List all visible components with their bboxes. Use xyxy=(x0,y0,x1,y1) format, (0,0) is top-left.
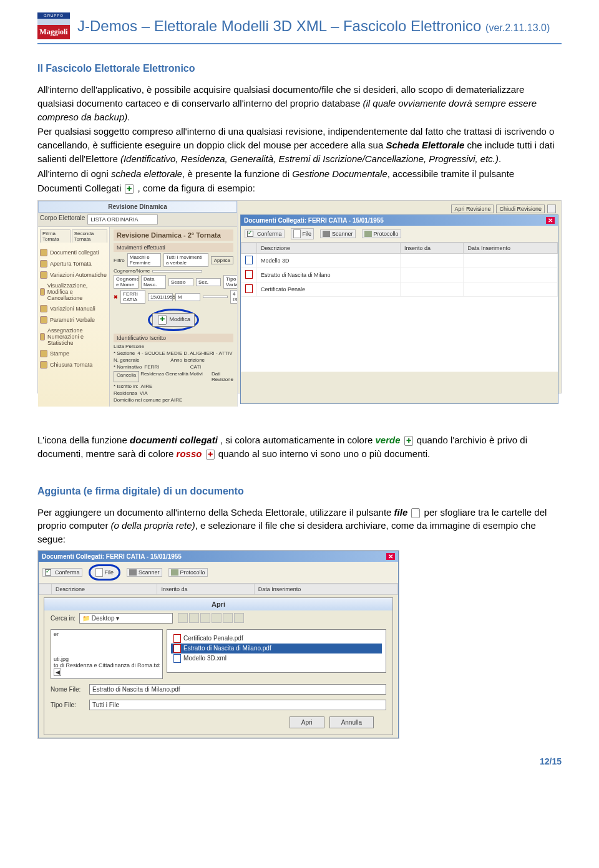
close-icon[interactable]: ✕ xyxy=(386,553,395,560)
corpo-select[interactable]: LISTA ORDINARIA xyxy=(87,215,157,224)
logo: GRUPPO Maggioli xyxy=(37,12,70,39)
sidebar-item-apertura[interactable]: Apertura Tornata xyxy=(40,260,107,268)
sidebar-item-variazioni-auto[interactable]: Variazioni Automatiche xyxy=(40,271,107,279)
paragraph-4: L'icona della funzione documenti collega… xyxy=(37,433,562,461)
file-button-highlight[interactable]: File xyxy=(89,564,121,581)
tab-generalita[interactable]: Generalità xyxy=(165,371,188,382)
list-item[interactable]: Certificato Penale.pdf xyxy=(171,634,382,644)
section-title-2: Aggiunta (e firma digitale) di un docume… xyxy=(37,486,562,497)
table-row[interactable]: Estratto di Nascita di Milano xyxy=(241,268,558,282)
table-cell[interactable]: FERRI CATIA xyxy=(120,290,145,304)
paragraph-2: Per qualsiasi soggetto compreso all'inte… xyxy=(37,125,562,165)
popup-documenti: Documenti Collegati: FERRI CATIA - 15/01… xyxy=(240,215,558,404)
popup-documenti-2: Documenti Collegati: FERRI CATIA - 15/01… xyxy=(38,551,399,738)
nome-input2[interactable]: CATI xyxy=(190,364,233,370)
tab-prima[interactable]: Prima Tornata xyxy=(40,229,71,243)
file-icon xyxy=(411,508,420,518)
sidebar-item-documenti[interactable]: Documenti collegati xyxy=(40,249,107,256)
cognome-input[interactable] xyxy=(152,270,202,272)
nav-icons[interactable] xyxy=(177,613,244,624)
scroll-left-icon[interactable]: ◀ xyxy=(54,668,61,676)
list-item[interactable]: uti.jpg xyxy=(54,656,160,662)
list-item[interactable]: Modello 3D.xml xyxy=(171,653,382,663)
file-button[interactable]: File xyxy=(291,228,314,239)
doc-icon xyxy=(158,315,167,325)
modifica-highlight: Modifica xyxy=(148,309,199,331)
screenshot-revisione: Revisione Dinamica Corpo Elettorale LIST… xyxy=(37,200,562,393)
tab-dati[interactable]: Dati Revisione xyxy=(212,371,233,382)
annulla-button[interactable]: Annulla xyxy=(329,716,374,728)
protocollo-button[interactable]: Protocollo xyxy=(168,568,208,577)
list-item-selected[interactable]: Estratto di Nascita di Milano.pdf xyxy=(171,644,382,653)
list-item[interactable]: er xyxy=(54,631,160,637)
lista-input[interactable] xyxy=(147,344,233,349)
sidebar-item-stampe[interactable]: Stampe xyxy=(40,350,107,357)
sidebar-item-visualizza[interactable]: Visualizzazione, Modifica e Cancellazion… xyxy=(40,282,107,301)
tipo-file-select[interactable]: Tutti i File xyxy=(89,700,386,710)
filtro-mov-select[interactable]: Tutti i movimenti a verbale xyxy=(163,253,208,267)
paragraph-3: All'interno di ogni scheda elettorale, è… xyxy=(37,167,562,181)
tab-residenza[interactable]: Residenza xyxy=(140,371,164,382)
file-dialog: Apri Cerca in: 📁 Desktop ▾ er uti.jpg to… xyxy=(44,597,393,735)
sub-ident: Identificativo Iscritto xyxy=(114,334,233,342)
screenshot-file-browser: Documenti Collegati: FERRI CATIA - 15/01… xyxy=(37,550,399,739)
tab-motivi[interactable]: Motivi xyxy=(190,371,210,382)
paragraph-5: Per aggiungere un documento all'interno … xyxy=(37,506,562,546)
apri-button[interactable]: Apri xyxy=(290,716,324,728)
sidebar-item-assegnaz[interactable]: Assegnazione Numerazioni e Statistiche xyxy=(40,327,107,346)
popup-title-2: Documenti Collegati: FERRI CATIA - 15/01… xyxy=(42,553,182,560)
file-list-main[interactable]: Certificato Penale.pdf Estratto di Nasci… xyxy=(167,629,386,673)
sidebar-item-variazioni-man[interactable]: Variazioni Manuali xyxy=(40,305,107,312)
doc-header: GRUPPO Maggioli J-Demos – Elettorale Mod… xyxy=(37,12,562,44)
table-row[interactable]: Modello 3D xyxy=(241,254,558,268)
sidebar-item-chiusura[interactable]: Chiusura Tornata xyxy=(40,361,107,369)
cognome-input2[interactable]: FERRI xyxy=(144,364,187,370)
chiudi-rev-button[interactable]: Chiudi Revisione xyxy=(496,205,545,213)
cancella-button[interactable]: Cancella xyxy=(114,371,139,382)
file-dialog-title: Apri xyxy=(44,598,392,610)
doc-icon-green xyxy=(404,436,413,446)
close-icon[interactable]: ✕ xyxy=(546,217,555,224)
list-item[interactable]: to di Residenza e Cittadinanza di Roma.t… xyxy=(54,662,160,668)
sidebar: Prima Tornata Seconda Tornata Documenti … xyxy=(38,227,110,407)
filtro-sex-select[interactable]: Maschi e Femmine xyxy=(127,253,161,267)
doc-table-2: Descrizione Inserito da Data Inserimento xyxy=(39,584,398,595)
sidebar-item-parametri[interactable]: Parametri Verbale xyxy=(40,316,107,324)
ngen-input[interactable] xyxy=(142,357,168,363)
paragraph-3b: Documenti Collegati , come da figura di … xyxy=(37,181,562,195)
refresh-icon[interactable] xyxy=(547,205,556,213)
doc-table: Descrizione Inserito da Data Inserimento… xyxy=(241,243,558,297)
paragraph-1: All'interno dell'applicativo, è possibil… xyxy=(37,83,562,123)
scanner-button[interactable]: Scanner xyxy=(320,229,356,238)
protocollo-button[interactable]: Protocollo xyxy=(362,229,401,238)
iscritto-select[interactable]: AIRE xyxy=(141,383,233,389)
apri-rev-button[interactable]: Apri Revisione xyxy=(451,205,494,213)
applica-button[interactable]: Applica xyxy=(211,256,233,264)
tab-seconda[interactable]: Seconda Tornata xyxy=(72,229,107,243)
logo-bottom: Maggioli xyxy=(37,19,70,39)
nome-file-input[interactable]: Estratto di Nascita di Milano.pdf xyxy=(89,684,386,695)
title-version: (ver.2.11.13.0) xyxy=(485,22,550,33)
sezione-select[interactable]: 4 - SCUOLE MEDIE D. ALIGHIERI - ATTIV xyxy=(137,350,233,356)
pdf-icon xyxy=(245,284,253,293)
conferma-button[interactable]: Conferma xyxy=(42,568,82,577)
file-list-left[interactable]: er uti.jpg to di Residenza e Cittadinanz… xyxy=(51,629,163,679)
cerca-in-select[interactable]: 📁 Desktop ▾ xyxy=(79,613,173,624)
pdf-icon xyxy=(245,270,253,279)
scanner-button[interactable]: Scanner xyxy=(127,568,162,577)
page-number: 12/15 xyxy=(37,756,562,766)
doc-icon-red xyxy=(206,450,215,460)
main-title: Revisione Dinamica - 2° Tornata xyxy=(114,229,233,241)
delete-row-icon[interactable]: ✖ xyxy=(114,294,118,300)
section-title-1: Il Fascicolo Elettorale Elettronico xyxy=(37,63,562,74)
logo-top: GRUPPO xyxy=(37,12,70,19)
res-input[interactable]: VIA xyxy=(140,390,233,396)
title-main: J-Demos – Elettorale Modelli 3D XML – Fa… xyxy=(77,17,481,34)
page-title: J-Demos – Elettorale Modelli 3D XML – Fa… xyxy=(77,17,550,35)
conferma-button[interactable]: Conferma xyxy=(245,229,285,238)
modifica-button[interactable]: Modifica xyxy=(152,313,195,327)
table-row[interactable]: Certificato Penale xyxy=(241,282,558,297)
popup-title: Documenti Collegati: FERRI CATIA - 15/01… xyxy=(244,217,384,224)
dom-input[interactable] xyxy=(185,397,233,403)
anno-input[interactable] xyxy=(207,357,233,363)
